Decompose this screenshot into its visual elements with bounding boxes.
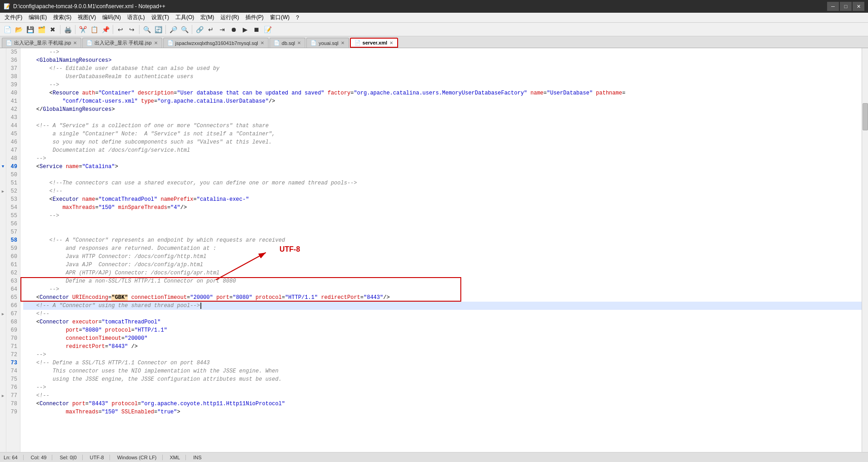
menu-search[interactable]: 搜索(S) bbox=[50, 13, 74, 22]
replace-button[interactable]: 🔄 bbox=[153, 24, 164, 35]
code-line-51[interactable]: <!--The connectors can use a shared exec… bbox=[23, 179, 868, 187]
close-button[interactable]: ✕ bbox=[853, 2, 864, 11]
open-button[interactable]: 📂 bbox=[13, 24, 24, 35]
word-wrap-button[interactable]: ↵ bbox=[205, 24, 216, 35]
paste-button[interactable]: 📌 bbox=[100, 24, 111, 35]
code-line-67[interactable]: <!-- bbox=[23, 310, 868, 318]
menu-file[interactable]: 文件(F) bbox=[2, 13, 25, 22]
code-line-42[interactable]: </GlobalNamingResources> bbox=[23, 105, 868, 114]
redo-button[interactable]: ↪ bbox=[126, 24, 137, 35]
indent-button[interactable]: ⇥ bbox=[217, 24, 228, 35]
code-line-61[interactable]: Java AJP Connector: /docs/config/ajp.htm… bbox=[23, 261, 868, 269]
code-line-38[interactable]: UserDatabaseRealm to authenticate users bbox=[23, 73, 868, 81]
code-line-66[interactable]: <!-- A "Connector" using the shared thre… bbox=[23, 302, 868, 310]
marker-77[interactable]: ▶ bbox=[0, 392, 6, 400]
menu-macro[interactable]: 宏(M) bbox=[198, 13, 217, 22]
code-line-44[interactable]: <!-- A "Service" is a collection of one … bbox=[23, 122, 868, 130]
menu-encoding[interactable]: 编码(N) bbox=[100, 13, 124, 22]
menu-settings[interactable]: 设置(T) bbox=[149, 13, 172, 22]
zoom-in-button[interactable]: 🔎 bbox=[168, 24, 179, 35]
code-line-41[interactable]: "conf/tomcat-users.xml" type="org.apache… bbox=[23, 97, 868, 105]
scrollbar-thumb[interactable] bbox=[863, 103, 868, 130]
tab-4[interactable]: 📄 db.sql ✕ bbox=[269, 38, 305, 48]
tab-1[interactable]: 📄 出入记录_显示 手机端.jsp ✕ bbox=[2, 38, 81, 48]
tab-2-close[interactable]: ✕ bbox=[154, 40, 158, 45]
code-line-75[interactable]: using the JSSE engine, the JSSE configur… bbox=[23, 375, 868, 383]
save-macro-button[interactable]: 📝 bbox=[262, 24, 273, 35]
tab-1-close[interactable]: ✕ bbox=[73, 40, 77, 45]
menu-tools[interactable]: 工具(O) bbox=[173, 13, 197, 22]
code-line-54[interactable]: maxThreads="150" minSpareThreads="4"/> bbox=[23, 204, 868, 212]
code-line-43[interactable] bbox=[23, 114, 868, 122]
code-line-55[interactable]: --> bbox=[23, 212, 868, 220]
vertical-scrollbar[interactable] bbox=[862, 48, 868, 452]
save-button[interactable]: 💾 bbox=[25, 24, 35, 35]
code-line-50[interactable] bbox=[23, 171, 868, 179]
code-line-74[interactable]: This connector uses the NIO implementati… bbox=[23, 367, 868, 375]
tab-4-close[interactable]: ✕ bbox=[297, 40, 301, 45]
menu-edit[interactable]: 编辑(E) bbox=[26, 13, 50, 22]
code-line-35[interactable]: --> bbox=[23, 48, 868, 56]
find-button[interactable]: 🔍 bbox=[141, 24, 152, 35]
code-line-48[interactable]: --> bbox=[23, 154, 868, 163]
tab-5-close[interactable]: ✕ bbox=[340, 40, 345, 45]
code-line-73[interactable]: <!-- Define a SSL/TLS HTTP/1.1 Connector… bbox=[23, 359, 868, 367]
code-line-79[interactable]: maxThreads="150" SSLEnabled="true"> bbox=[23, 408, 868, 416]
code-line-36[interactable]: <GlobalNamingResources> bbox=[23, 56, 868, 65]
code-line-78[interactable]: <Connector port="8443" protocol="org.apa… bbox=[23, 400, 868, 408]
code-line-49[interactable]: <Service name="Catalina"> bbox=[23, 163, 868, 171]
code-line-47[interactable]: Documentation at /docs/config/service.ht… bbox=[23, 146, 868, 154]
print-button[interactable]: 🖨️ bbox=[62, 24, 73, 35]
code-line-69[interactable]: port="8080" protocol="HTTP/1.1" bbox=[23, 326, 868, 334]
tab-6[interactable]: 📄 server.xml ✕ bbox=[350, 38, 398, 48]
maximize-button[interactable]: □ bbox=[840, 2, 852, 11]
code-editor[interactable]: UTF-8 --> <GlobalNamingResources> <!-- E… bbox=[20, 48, 868, 452]
sync-button[interactable]: 🔗 bbox=[194, 24, 205, 35]
marker-67[interactable]: ▶ bbox=[0, 310, 6, 318]
play-button[interactable]: ▶ bbox=[239, 24, 250, 35]
code-line-46[interactable]: so you may not define subcomponents such… bbox=[23, 138, 868, 146]
code-line-45[interactable]: a single "Container" Note: A "Service" i… bbox=[23, 130, 868, 138]
code-line-62[interactable]: APR (HTTP/AJP) Connector: /docs/config/a… bbox=[23, 269, 868, 277]
cut-button[interactable]: ✂️ bbox=[77, 24, 88, 35]
zoom-out-button[interactable]: 🔍 bbox=[179, 24, 190, 35]
code-line-76[interactable]: --> bbox=[23, 383, 868, 392]
save-all-button[interactable]: 🗂️ bbox=[36, 24, 47, 35]
menu-window[interactable]: 窗口(W) bbox=[267, 13, 292, 22]
record-button[interactable]: ⏺ bbox=[228, 24, 239, 35]
marker-52[interactable]: ▶ bbox=[0, 187, 6, 195]
tab-2[interactable]: 📄 出入记录_显示 手机端.jsp ✕ bbox=[82, 38, 162, 48]
code-line-39[interactable]: --> bbox=[23, 81, 868, 89]
code-line-77[interactable]: <!-- bbox=[23, 392, 868, 400]
close-button-tb[interactable]: ✖ bbox=[47, 24, 58, 35]
code-line-59[interactable]: and responses are returned. Documentatio… bbox=[23, 244, 868, 253]
menu-help[interactable]: ? bbox=[293, 14, 302, 22]
menu-run[interactable]: 运行(R) bbox=[218, 13, 242, 22]
copy-button[interactable]: 📋 bbox=[89, 24, 100, 35]
code-line-40[interactable]: <Resource auth="Container" description="… bbox=[23, 89, 868, 97]
tab-5[interactable]: 📄 youai.sql ✕ bbox=[306, 38, 349, 48]
menu-view[interactable]: 视图(V) bbox=[75, 13, 99, 22]
code-line-60[interactable]: Java HTTP Connector: /docs/config/http.h… bbox=[23, 253, 868, 261]
undo-button[interactable]: ↩ bbox=[115, 24, 126, 35]
menu-language[interactable]: 语言(L) bbox=[125, 13, 148, 22]
minimize-button[interactable]: ─ bbox=[827, 2, 839, 11]
code-line-68[interactable]: <Connector executor="tomcatThreadPool" bbox=[23, 318, 868, 326]
code-line-71[interactable]: redirectPort="8443" /> bbox=[23, 343, 868, 351]
tab-3[interactable]: 📄 jspaclwzxxqlxthsg316041b7mysql.sql ✕ bbox=[163, 38, 269, 48]
marker-49[interactable]: ▼ bbox=[0, 163, 6, 171]
code-line-37[interactable]: <!-- Editable user database that can als… bbox=[23, 65, 868, 73]
code-line-64[interactable]: --> bbox=[23, 285, 868, 293]
stop-button[interactable]: ⏹ bbox=[251, 24, 262, 35]
menu-plugins[interactable]: 插件(P) bbox=[243, 13, 266, 22]
code-line-65[interactable]: <Connector URIEncoding="GBK" connectionT… bbox=[23, 293, 868, 302]
code-line-52[interactable]: <!-- bbox=[23, 187, 868, 195]
code-line-70[interactable]: connectionTimeout="20000" bbox=[23, 334, 868, 343]
code-line-53[interactable]: <Executor name="tomcatThreadPool" namePr… bbox=[23, 195, 868, 204]
code-line-58[interactable]: <!-- A "Connector" represents an endpoin… bbox=[23, 236, 868, 244]
code-line-56[interactable] bbox=[23, 220, 868, 228]
code-line-57[interactable] bbox=[23, 228, 868, 236]
tab-3-close[interactable]: ✕ bbox=[260, 40, 264, 45]
code-line-63[interactable]: Define a non-SSL/TLS HTTP/1.1 Connector … bbox=[23, 277, 868, 285]
code-line-72[interactable]: --> bbox=[23, 351, 868, 359]
